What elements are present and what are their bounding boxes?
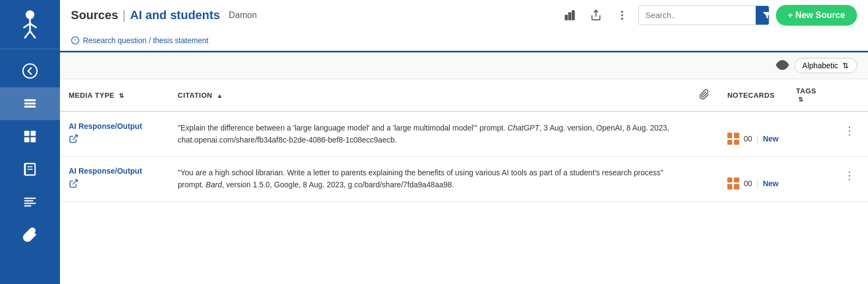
table-header-row: MEDIA TYPE ⇅ CITATION ▲ bbox=[60, 79, 868, 111]
row-actions-cell-2: ⋮ bbox=[831, 156, 868, 201]
svg-rect-23 bbox=[569, 13, 571, 20]
sidebar-nav bbox=[0, 49, 60, 257]
thesis-link[interactable]: Research question / thesis statement bbox=[71, 36, 208, 45]
filter-button[interactable] bbox=[756, 6, 769, 25]
col-header-notecards: NOTECARDS bbox=[719, 79, 787, 111]
svg-point-28 bbox=[621, 17, 623, 20]
svg-rect-24 bbox=[572, 10, 574, 20]
citation-text-2: "You are a high school librarian. Write … bbox=[178, 168, 663, 189]
sort-arrows-icon: ⇅ bbox=[842, 61, 849, 70]
col-header-media-type[interactable]: MEDIA TYPE ⇅ bbox=[60, 79, 169, 111]
svg-rect-11 bbox=[31, 131, 35, 136]
notecard-cell-2: 00 | New bbox=[719, 156, 787, 201]
sidebar-item-back[interactable] bbox=[0, 55, 60, 87]
media-type-cell-2: AI Response/Output bbox=[60, 156, 169, 201]
notecard-cell-1: 00 | New bbox=[719, 111, 787, 156]
sidebar-item-sources[interactable] bbox=[0, 87, 60, 120]
main-content: Sources | AI and students Damon bbox=[60, 0, 868, 284]
row-actions-button-1[interactable]: ⋮ bbox=[840, 122, 859, 139]
visibility-button[interactable] bbox=[776, 58, 789, 73]
svg-rect-22 bbox=[565, 15, 567, 20]
external-link-icon-1[interactable] bbox=[69, 136, 79, 145]
external-link-icon-2[interactable] bbox=[69, 181, 79, 190]
media-type-sort-icon: ⇅ bbox=[119, 92, 124, 99]
new-source-button[interactable]: + New Source bbox=[776, 5, 857, 26]
header-actions: + New Source bbox=[560, 5, 857, 26]
table-row: AI Response/Output "Ex bbox=[60, 111, 868, 156]
svg-point-0 bbox=[26, 10, 34, 19]
new-source-label: + New Source bbox=[788, 10, 845, 20]
sort-dropdown[interactable]: Alphabetic ⇅ bbox=[794, 58, 857, 73]
table-row: AI Response/Output "Yo bbox=[60, 156, 868, 201]
svg-line-3 bbox=[30, 23, 37, 28]
media-type-label-2[interactable]: AI Response/Output bbox=[69, 167, 160, 175]
new-badge-2[interactable]: New bbox=[763, 179, 779, 188]
tags-sort-icon: ⇅ bbox=[798, 96, 804, 103]
chart-button[interactable] bbox=[560, 5, 580, 25]
more-options-button[interactable] bbox=[612, 5, 632, 25]
breadcrumb-divider: | bbox=[123, 8, 126, 22]
svg-point-27 bbox=[621, 14, 623, 16]
new-badge-1[interactable]: New bbox=[763, 134, 779, 143]
svg-rect-7 bbox=[25, 99, 36, 102]
svg-rect-8 bbox=[25, 103, 36, 105]
col-header-tags: TAGS ⇅ bbox=[787, 79, 831, 111]
svg-rect-13 bbox=[31, 137, 35, 142]
citation-sort-icon: ▲ bbox=[217, 92, 223, 99]
col-header-citation[interactable]: CITATION ▲ bbox=[169, 79, 690, 111]
breadcrumb-user: Damon bbox=[229, 10, 257, 20]
notecard-grid-icon-2 bbox=[727, 177, 739, 190]
thesis-label: Research question / thesis statement bbox=[83, 36, 208, 45]
svg-line-34 bbox=[73, 180, 77, 184]
attach-cell-1 bbox=[690, 111, 719, 156]
citation-cell-2: "You are a high school librarian. Write … bbox=[169, 156, 690, 201]
tags-cell-2 bbox=[787, 156, 831, 201]
citation-cell-1: "Explain the difference between a 'large… bbox=[169, 111, 690, 156]
svg-point-32 bbox=[781, 63, 784, 67]
breadcrumb-project[interactable]: AI and students bbox=[130, 8, 220, 22]
breadcrumb-sources: Sources bbox=[71, 8, 118, 22]
table-area: Alphabetic ⇅ MEDIA TYPE ⇅ CITATION ▲ bbox=[60, 52, 868, 284]
svg-point-26 bbox=[621, 10, 623, 13]
col-header-attach bbox=[690, 79, 719, 111]
svg-line-5 bbox=[30, 31, 35, 38]
sort-label: Alphabetic bbox=[803, 61, 838, 70]
sources-table: MEDIA TYPE ⇅ CITATION ▲ bbox=[60, 79, 868, 202]
breadcrumb: Sources | AI and students Damon bbox=[71, 8, 257, 22]
attach-cell-2 bbox=[690, 156, 719, 201]
tags-cell-1 bbox=[787, 111, 831, 156]
svg-line-4 bbox=[25, 31, 30, 38]
sidebar bbox=[0, 0, 60, 284]
table-toolbar: Alphabetic ⇅ bbox=[60, 52, 868, 79]
col-header-actions bbox=[831, 79, 868, 111]
header-row2: Research question / thesis statement bbox=[71, 30, 857, 51]
svg-point-6 bbox=[23, 64, 37, 78]
sidebar-item-notecards[interactable] bbox=[0, 153, 60, 186]
citation-text-1: "Explain the difference between a 'large… bbox=[178, 123, 669, 144]
svg-line-33 bbox=[73, 135, 77, 139]
media-type-cell-1: AI Response/Output bbox=[60, 111, 169, 156]
export-button[interactable] bbox=[586, 5, 606, 25]
svg-line-2 bbox=[23, 23, 30, 28]
sidebar-item-attachments[interactable] bbox=[0, 218, 60, 251]
header-row1: Sources | AI and students Damon bbox=[71, 0, 857, 30]
notecard-count-1: 00 bbox=[744, 134, 752, 143]
media-type-label-1[interactable]: AI Response/Output bbox=[69, 122, 160, 131]
notecard-grid-icon-1 bbox=[727, 133, 739, 145]
search-container bbox=[638, 5, 769, 25]
row-actions-cell-1: ⋮ bbox=[831, 111, 868, 156]
sidebar-item-dashboard[interactable] bbox=[0, 120, 60, 153]
notecard-count-2: 00 bbox=[744, 179, 752, 188]
top-header: Sources | AI and students Damon bbox=[60, 0, 868, 52]
sidebar-item-outline[interactable] bbox=[0, 186, 60, 218]
app-logo bbox=[0, 0, 60, 49]
svg-rect-9 bbox=[25, 106, 36, 108]
search-input[interactable] bbox=[639, 6, 756, 24]
svg-rect-12 bbox=[25, 137, 29, 142]
row-actions-button-2[interactable]: ⋮ bbox=[840, 167, 859, 184]
svg-rect-10 bbox=[25, 131, 29, 136]
